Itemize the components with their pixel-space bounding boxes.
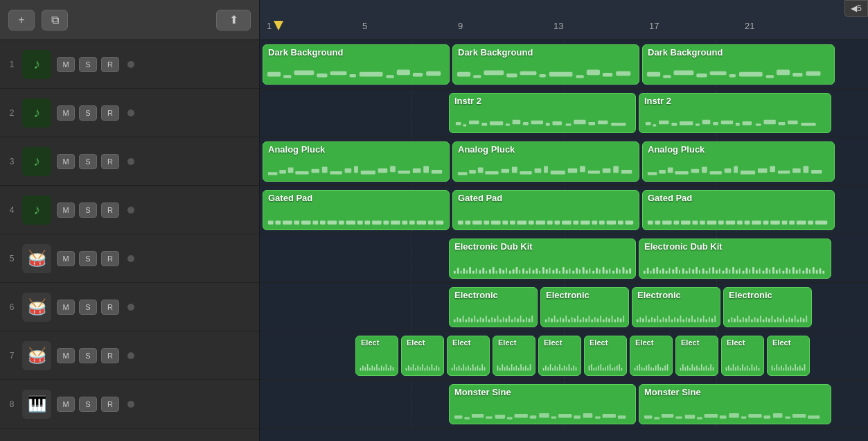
solo-button[interactable]: S [79,154,97,169]
track-icon[interactable]: 🥁 [22,244,51,273]
record-button[interactable]: R [101,397,119,412]
svg-rect-547 [486,416,493,418]
svg-rect-91 [568,168,577,173]
clip-label: Gated Pad [453,191,639,205]
svg-rect-7 [386,75,394,78]
playhead[interactable] [274,21,283,31]
svg-rect-471 [593,368,594,370]
svg-rect-182 [482,268,484,274]
svg-rect-147 [581,220,590,225]
mute-button[interactable]: M [57,202,75,218]
record-button[interactable]: R [101,105,119,121]
clip[interactable]: Dark Background [452,44,639,85]
clip[interactable]: Electronic Dub Kit [639,239,831,279]
svg-rect-246 [706,270,708,273]
duplicate-button[interactable]: ⧉ [42,10,68,31]
clip[interactable]: Analog Pluck [642,141,835,182]
clip[interactable]: Analog Pluck [263,141,450,182]
clip[interactable]: Gated Pad [452,190,639,230]
clip[interactable]: Elect [584,336,627,376]
track-icon[interactable]: 🥁 [22,293,51,322]
track-icon[interactable]: ♪ [22,50,51,79]
clip[interactable]: Electronic [449,287,538,327]
svg-rect-169 [789,220,795,225]
mute-button[interactable]: M [57,105,75,121]
mute-button[interactable]: M [57,348,75,363]
clip[interactable]: Elect [447,336,490,376]
solo-button[interactable]: S [79,251,97,266]
svg-rect-337 [623,315,624,322]
clip[interactable]: Elect [401,336,444,376]
record-button[interactable]: R [101,348,119,363]
record-button[interactable]: R [101,251,119,266]
solo-button[interactable]: S [79,397,97,412]
svg-rect-557 [595,416,601,418]
clip[interactable]: Elect [538,336,581,376]
solo-button[interactable]: S [79,348,97,363]
track-icon[interactable]: ♪ [22,98,51,128]
svg-rect-376 [756,318,759,322]
record-button[interactable]: R [101,57,119,72]
mute-button[interactable]: M [57,251,75,266]
mute-button[interactable]: M [57,57,75,72]
clip[interactable]: Electronic Dub Kit [449,239,636,279]
record-button[interactable]: R [101,154,119,169]
svg-rect-173 [454,270,456,273]
record-button[interactable]: R [101,300,119,315]
svg-rect-372 [745,318,747,322]
clip[interactable]: Dark Background [263,44,450,85]
mute-button[interactable]: M [57,300,75,315]
svg-rect-259 [749,269,750,274]
svg-rect-172 [815,220,827,225]
svg-rect-534 [783,368,784,370]
clip[interactable]: Electronic [632,287,720,327]
clip[interactable]: Elect [721,336,764,376]
svg-rect-112 [811,169,822,173]
svg-rect-528 [759,368,760,370]
solo-button[interactable]: S [79,57,97,72]
track-icon[interactable]: ♪ [22,147,51,176]
clip[interactable]: Dark Background [642,44,835,85]
clip[interactable]: Elect [767,336,810,376]
track-controls: M S R [57,348,119,363]
svg-rect-240 [686,270,688,273]
clip-label: Elect [402,336,443,349]
svg-rect-8 [397,69,410,75]
clip[interactable]: Monster Sine [449,384,636,424]
clip[interactable]: Elect [675,336,718,376]
track-icon[interactable]: 🎹 [22,390,51,419]
add-track-button[interactable]: + [8,10,35,31]
mute-button[interactable]: M [57,154,75,169]
clip[interactable]: Monster Sine [639,384,831,424]
svg-rect-436 [479,368,481,370]
clip[interactable]: Instr 2 [449,93,636,133]
svg-rect-437 [481,363,483,370]
clip[interactable]: Analog Pluck [452,141,639,182]
svg-rect-506 [696,365,698,371]
track-icon[interactable]: 🥁 [22,341,51,370]
solo-button[interactable]: S [79,105,97,121]
svg-rect-222 [616,268,618,274]
clip[interactable]: Electronic [540,287,629,327]
track-controls: M S R [57,154,119,169]
mute-button[interactable]: M [57,397,75,412]
svg-rect-59 [743,121,752,125]
clip[interactable]: Elect [630,336,673,376]
solo-button[interactable]: S [79,300,97,315]
svg-rect-444 [508,368,510,370]
svg-rect-489 [646,365,647,371]
track-icon[interactable]: ♪ [22,196,51,225]
svg-rect-413 [415,368,416,370]
clip[interactable]: Elect [493,336,535,376]
clip[interactable]: Gated Pad [263,190,450,230]
svg-rect-157 [681,220,690,225]
clip[interactable]: Elect [355,336,398,376]
record-button[interactable]: R [101,202,119,218]
clip[interactable]: Gated Pad [642,190,835,230]
clip[interactable]: Electronic [723,287,812,327]
solo-button[interactable]: S [79,202,97,218]
upload-button[interactable]: ⬆ [216,10,251,31]
svg-rect-457 [550,363,551,370]
clip[interactable]: Instr 2 [639,93,831,133]
svg-rect-177 [466,270,468,274]
